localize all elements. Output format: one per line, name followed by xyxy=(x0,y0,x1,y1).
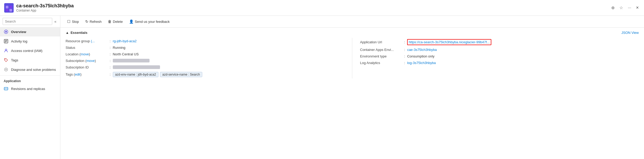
tag-pill-1: azd-env-name : jdh-byd-aca2 xyxy=(113,72,158,77)
json-view-link[interactable]: JSON View xyxy=(621,31,639,35)
resource-group-value[interactable]: rg-jdh-byd-aca2 xyxy=(113,39,137,43)
sidebar-item-overview[interactable]: Overview xyxy=(0,27,60,36)
sidebar-divider xyxy=(0,75,60,76)
field-env-type: Environment type : Consumption only xyxy=(360,53,639,60)
application-url-value[interactable]: https://ca-search-3s75lch3hbyba.niceglac… xyxy=(409,40,490,44)
status-value: Running xyxy=(113,46,125,50)
field-label-status: Status xyxy=(66,46,108,50)
subscription-id-value xyxy=(113,65,160,69)
activity-icon xyxy=(4,39,8,44)
diagnose-icon xyxy=(4,67,8,72)
log-analytics-value[interactable]: log-3s75lch3hbyba xyxy=(407,61,436,65)
sidebar-label-iam: Access control (IAM) xyxy=(11,49,42,53)
subscription-value xyxy=(113,59,150,62)
sep6: : xyxy=(110,72,111,76)
essentials-toggle[interactable]: ▲ Essentials xyxy=(66,31,87,35)
delete-label: Delete xyxy=(113,20,123,24)
field-label-tags: Tags (edit) xyxy=(66,72,108,76)
sidebar-label-tags: Tags xyxy=(11,58,18,62)
resource-type-label: Container App xyxy=(16,9,610,12)
sidebar-item-revisions[interactable]: Revisions and replicas xyxy=(0,84,60,93)
revisions-icon xyxy=(4,86,8,91)
container-apps-env-value[interactable]: cae-3s75lch3hbyba xyxy=(407,48,437,52)
feedback-icon: 👤 xyxy=(129,19,134,24)
essentials-left: Resource group (... : rg-jdh-byd-aca2 St… xyxy=(66,38,352,78)
svg-rect-2 xyxy=(9,6,12,8)
refresh-label: Refresh xyxy=(90,20,102,24)
location-value: North Central US xyxy=(113,52,139,56)
svg-rect-0 xyxy=(4,3,14,13)
svg-rect-3 xyxy=(6,9,8,12)
feedback-button[interactable]: 👤 Send us your feedback xyxy=(126,18,172,25)
sep7: : xyxy=(404,40,405,44)
sidebar-item-iam[interactable]: Access control (IAM) xyxy=(0,46,60,55)
field-label-subscription-id: Subscription ID xyxy=(66,65,108,69)
sidebar-label-revisions: Revisions and replicas xyxy=(11,87,45,91)
sidebar-item-activity-log[interactable]: Activity log xyxy=(0,36,60,46)
tag-pill-2: azd-service-name : Search xyxy=(160,72,202,77)
svg-rect-1 xyxy=(6,6,8,8)
svg-point-15 xyxy=(5,88,6,89)
page-title: ca-search-3s75lch3hbyba xyxy=(16,3,610,9)
essentials-header: ▲ Essentials JSON View xyxy=(66,31,639,35)
field-location: Location (move) : North Central US xyxy=(66,51,344,57)
overview-icon xyxy=(4,29,8,34)
stop-button[interactable]: ☐ Stop xyxy=(65,18,82,25)
essentials-title-label: Essentials xyxy=(71,31,87,35)
sidebar-label-activity-log: Activity log xyxy=(11,39,27,43)
field-label-subscription: Subscription (move) xyxy=(66,59,108,63)
field-label-container-apps-env: Container Apps Envi... xyxy=(360,48,402,52)
more-options-icon[interactable]: ··· xyxy=(627,4,632,11)
sep10: : xyxy=(404,61,405,65)
svg-point-12 xyxy=(5,59,6,60)
favorite-icon[interactable]: ☆ xyxy=(618,4,624,11)
delete-button[interactable]: 🗑 Delete xyxy=(105,18,125,25)
svg-point-11 xyxy=(5,49,7,51)
feedback-label: Send us your feedback xyxy=(135,20,170,24)
collapse-icon: ▲ xyxy=(66,31,69,35)
location-move-link[interactable]: move xyxy=(81,52,89,56)
sidebar-item-diagnose[interactable]: Diagnose and solve problems xyxy=(0,65,60,74)
iam-icon xyxy=(4,48,8,53)
field-label-resource-group: Resource group (... xyxy=(66,39,108,43)
field-status: Status : Running xyxy=(66,44,344,51)
resource-group-expand-link[interactable]: (... xyxy=(91,39,95,43)
stop-icon: ☐ xyxy=(67,19,71,24)
sidebar-section-application: Application xyxy=(0,77,60,84)
sep1: : xyxy=(110,39,111,43)
content-area: ☐ Stop ↻ Refresh 🗑 Delete 👤 Send us your… xyxy=(60,16,644,159)
field-resource-group: Resource group (... : rg-jdh-byd-aca2 xyxy=(66,38,344,44)
sep9: : xyxy=(404,54,405,58)
sep3: : xyxy=(110,52,111,56)
stop-label: Stop xyxy=(72,20,79,24)
svg-point-16 xyxy=(7,88,7,89)
essentials-grid: Resource group (... : rg-jdh-byd-aca2 St… xyxy=(66,38,639,78)
field-subscription: Subscription (move) : xyxy=(66,57,344,64)
field-container-apps-env: Container Apps Envi... : cae-3s75lch3hby… xyxy=(360,46,639,53)
sep8: : xyxy=(404,48,405,52)
sidebar-collapse-button[interactable]: « xyxy=(53,18,57,25)
delete-icon: 🗑 xyxy=(108,19,111,24)
tags-icon xyxy=(4,58,8,62)
refresh-icon: ↻ xyxy=(85,19,88,24)
sep4: : xyxy=(110,59,111,63)
svg-rect-14 xyxy=(4,87,8,90)
refresh-button[interactable]: ↻ Refresh xyxy=(83,18,104,25)
pin-icon[interactable]: ⊕ xyxy=(610,4,616,11)
sep2: : xyxy=(110,46,111,50)
sidebar-nav: Overview Activity log Access control (IA… xyxy=(0,27,60,159)
sidebar-label-diagnose: Diagnose and solve problems xyxy=(11,68,56,72)
sidebar-item-tags[interactable]: Tags xyxy=(0,55,60,65)
svg-rect-4 xyxy=(9,9,12,12)
sep5: : xyxy=(110,65,111,69)
field-label-env-type: Environment type xyxy=(360,54,402,58)
application-url-highlight-box: https://ca-search-3s75lch3hbyba.niceglac… xyxy=(407,39,491,45)
tags-edit-link[interactable]: edit xyxy=(75,72,80,76)
essentials-right: Application Url : https://ca-search-3s75… xyxy=(352,38,639,78)
page-content: ▲ Essentials JSON View Resource group (.… xyxy=(60,28,644,159)
close-button[interactable]: × xyxy=(635,4,640,12)
subscription-move-link[interactable]: move xyxy=(86,59,95,63)
field-label-location: Location (move) xyxy=(66,52,108,56)
field-log-analytics: Log Analytics : log-3s75lch3hbyba xyxy=(360,60,639,66)
search-input[interactable] xyxy=(3,18,52,25)
